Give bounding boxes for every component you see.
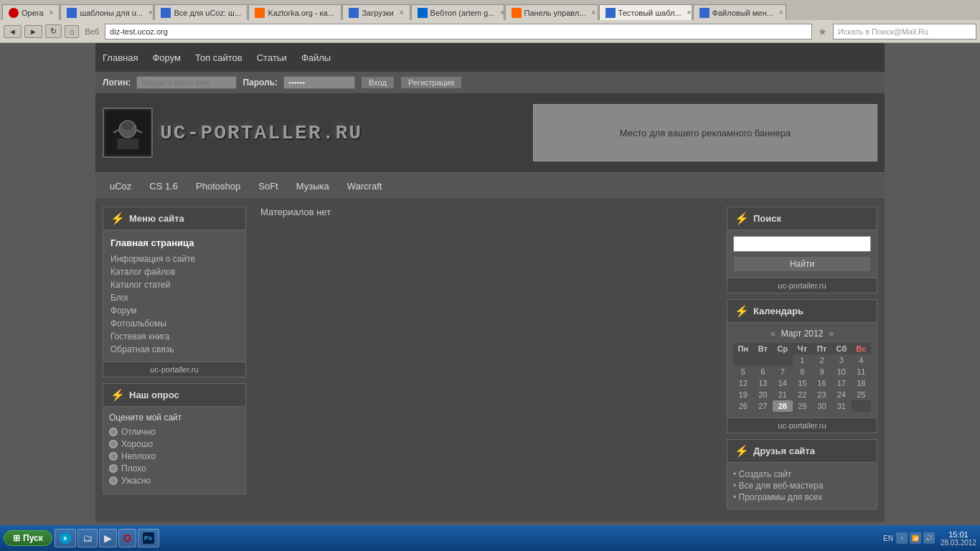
poll-option-2[interactable]: Хорошо [109,439,240,449]
cal-cell[interactable]: 24 [831,389,852,400]
cal-cell[interactable]: 29 [793,400,812,412]
cal-cell[interactable]: 16 [812,377,831,389]
poll-radio-4[interactable] [109,464,118,473]
cat-photoshop[interactable]: Photoshop [189,175,248,197]
cat-soft[interactable]: SoFt [251,175,285,197]
tab-6[interactable]: Панель управл... × [505,4,598,20]
cal-cell[interactable]: 25 [852,389,871,400]
refresh-button[interactable]: ↻ [45,24,62,38]
search-bar[interactable]: Искать в Поиск@Mail.Ru [833,24,976,39]
cal-cell[interactable]: 23 [812,389,831,400]
tab-2[interactable]: Все для uCoz: ш... × [154,4,248,20]
menu-link-blog[interactable]: Блог [108,291,241,304]
cal-cell[interactable]: 8 [793,366,812,377]
cal-cell[interactable]: 10 [831,366,852,377]
friend-link-1[interactable]: Создать сайт [733,468,871,480]
cal-cell[interactable]: 7 [773,366,793,377]
friend-link-3[interactable]: Программы для всех [733,491,871,503]
cal-cell[interactable]: 9 [812,366,831,377]
cal-cell[interactable]: 20 [753,389,773,400]
password-input[interactable] [283,76,355,89]
poll-radio-5[interactable] [109,476,118,485]
cal-cell[interactable]: 18 [852,377,871,389]
cat-cs[interactable]: CS 1.6 [142,175,185,197]
address-bar[interactable]: diz-test.ucoz.org [105,24,812,39]
cal-cell[interactable]: 5 [733,366,753,377]
taskbar-item-explorer[interactable]: 🗂 [77,529,98,547]
nav-top[interactable]: Топ сайтов [195,52,242,63]
register-button[interactable]: Регистрация [400,76,462,89]
cal-cell[interactable]: 27 [753,400,773,412]
login-input[interactable] [136,76,237,89]
taskbar-item-media[interactable]: ▶ [99,529,117,547]
taskbar-item-ie[interactable]: e [55,529,76,547]
tab-opera[interactable]: Opera × [2,4,60,20]
cal-cell[interactable]: 13 [753,377,773,389]
tab-close-1[interactable]: × [149,9,153,17]
menu-link-forum[interactable]: Форум [108,304,241,317]
tab-1[interactable]: шаблоны для u... × [60,4,154,20]
poll-radio-3[interactable] [109,452,118,461]
cal-cell[interactable]: 19 [733,389,753,400]
calendar-prev[interactable]: « [771,329,776,339]
menu-link-files[interactable]: Каталог файлов [108,265,241,278]
cal-cell[interactable]: 30 [812,400,831,412]
cal-cell[interactable]: 2 [812,354,831,366]
tab-7[interactable]: Тестовый шабл... × [599,4,692,20]
taskbar-item-opera[interactable]: O [118,529,136,547]
menu-link-guestbook[interactable]: Гостевая книга [108,330,241,343]
tab-close-6[interactable]: × [591,9,595,17]
nav-articles[interactable]: Статьи [257,52,287,63]
menu-link-feedback[interactable]: Обратная связь [108,343,241,356]
tab-close-8[interactable]: × [779,9,783,17]
taskbar-item-ps[interactable]: Ps [138,529,159,547]
calendar-next[interactable]: » [829,329,834,339]
nav-home[interactable]: Главная [103,52,138,63]
cal-cell[interactable]: 26 [733,400,753,412]
tab-close-2[interactable]: × [247,9,248,17]
cal-cell[interactable]: 4 [852,354,871,366]
poll-radio-1[interactable] [109,428,118,436]
tray-volume-icon[interactable]: 🔊 [923,532,935,544]
poll-option-3[interactable]: Неплохо [109,451,240,461]
friend-link-2[interactable]: Все для веб-мастера [733,480,871,491]
cat-warcraft[interactable]: Warcraft [340,175,390,197]
login-button[interactable]: Вход [361,76,395,89]
tab-8[interactable]: Файловый мен... × [693,4,786,20]
cat-music[interactable]: Музыка [289,175,336,197]
poll-option-1[interactable]: Отлично [109,427,240,437]
search-button[interactable]: Найти [733,256,871,272]
tab-close-7[interactable]: × [687,9,692,17]
menu-link-articles[interactable]: Каталог статей [108,278,241,291]
cal-cell[interactable]: 11 [852,366,871,377]
tab-4[interactable]: Загрузки × [342,4,410,20]
menu-link-photos[interactable]: Фотоальбомы [108,317,241,330]
menu-link-about[interactable]: Информация о сайте [108,253,241,265]
poll-option-5[interactable]: Ужасно [109,476,240,486]
poll-radio-2[interactable] [109,440,118,448]
cal-cell[interactable]: 22 [793,389,812,400]
start-button[interactable]: ⊞ Пуск [4,530,52,546]
cal-cell[interactable]: 3 [831,354,852,366]
cal-today[interactable]: 28 [773,400,793,412]
search-input[interactable] [733,236,871,252]
cal-cell[interactable]: 14 [773,377,793,389]
nav-forum[interactable]: Форум [152,52,181,63]
cal-cell[interactable]: 17 [831,377,852,389]
forward-button[interactable]: ► [24,25,42,38]
cal-cell[interactable]: 6 [753,366,773,377]
bookmark-icon[interactable]: ★ [818,26,827,37]
tray-signal-icon[interactable]: 📶 [910,532,921,544]
tab-close-4[interactable]: × [400,9,404,17]
cat-ucoz[interactable]: uCoz [103,175,138,197]
back-button[interactable]: ◄ [4,25,22,38]
tab-3[interactable]: Kaztorka.org - ка... × [248,4,341,20]
cal-cell[interactable]: 21 [773,389,793,400]
cal-cell[interactable]: 12 [733,377,753,389]
menu-main-link[interactable]: Главная страница [108,236,241,250]
tab-close-3[interactable]: × [340,9,342,17]
cal-cell[interactable]: 1 [793,354,812,366]
tray-network-icon[interactable]: ↑ [896,532,908,544]
tab-5[interactable]: Вебтоп (artem g... × [411,4,504,20]
tab-close-opera[interactable]: × [50,9,54,17]
